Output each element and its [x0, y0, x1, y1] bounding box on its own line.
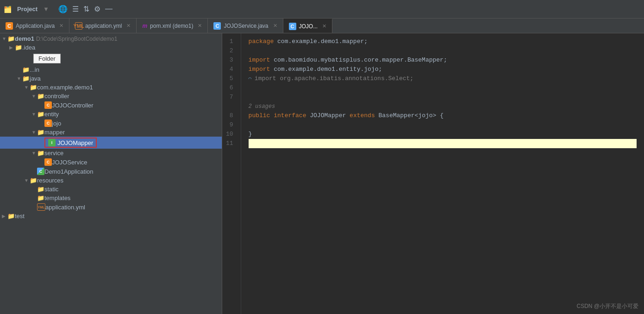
tab-label-jojo-service-java: JOJOService.java: [224, 23, 268, 29]
list-icon[interactable]: ☰: [72, 5, 79, 13]
tab-jojo-service-java[interactable]: C JOJOService.java ✕: [208, 19, 283, 33]
tab-icon-application-java: C: [6, 22, 13, 30]
tree-label-entity: entity: [44, 111, 59, 118]
project-title[interactable]: Project: [17, 6, 38, 13]
arrow-java: ▼: [17, 76, 22, 81]
folder-icon-static: 📁: [37, 186, 44, 193]
tab-close-pom-xml[interactable]: ✕: [198, 23, 202, 29]
yml-icon-app: YML: [37, 203, 45, 211]
folder-icon-controller: 📁: [37, 93, 44, 100]
ln-10: 10: [222, 130, 237, 139]
code-line-8: public interface JOJOMapper extends Base…: [249, 111, 637, 120]
arrow-demo1: ▼: [2, 36, 7, 41]
tree-label-resources: resources: [37, 177, 63, 184]
folder-icon-templates: 📁: [37, 195, 44, 201]
tab-close-application-java[interactable]: ✕: [59, 23, 63, 29]
ln-5: 5: [222, 74, 237, 83]
tree-label-test: test: [15, 213, 25, 220]
editor[interactable]: 1 2 3 4 5 6 7 · 8 9 10 11 package com.ex…: [222, 33, 644, 314]
tree-label-demo1-app: Demo1Application: [44, 168, 94, 175]
arrow-entity: ▼: [31, 112, 37, 117]
tree-item-service[interactable]: ▼ 📁 service: [0, 149, 222, 157]
folder-icon-java: 📁: [22, 75, 30, 82]
main-area: ▼ 📁 demo1 D:\Code\SpringBootCode\demo1 ▶…: [0, 33, 644, 314]
tab-close-jojo-active[interactable]: ✕: [322, 23, 326, 29]
tree-label-jojo-service: JOJOService: [52, 159, 88, 166]
tree-item-jojo-mapper[interactable]: ▶ I JOJOMapper: [0, 137, 222, 149]
gear-icon[interactable]: ⚙: [94, 5, 100, 13]
ln-3: 3: [222, 56, 237, 65]
arrow-test: ▶: [2, 214, 7, 219]
tree-item-demo1[interactable]: ▼ 📁 demo1 D:\Code\SpringBootCode\demo1: [0, 34, 222, 43]
tree-item-com-example[interactable]: ▼ 📁 com.example.demo1: [0, 83, 222, 92]
tree-label-jojo-mapper: JOJOMapper: [57, 139, 93, 146]
editor-content: 1 2 3 4 5 6 7 · 8 9 10 11 package com.ex…: [222, 33, 644, 314]
ln-11: 11: [222, 139, 237, 148]
tree-label-jojo-controller: JOJOController: [52, 102, 94, 109]
tab-close-application-yml[interactable]: ✕: [126, 23, 131, 29]
folder-icon-in: 📁: [22, 66, 30, 73]
folder-icon-test: 📁: [7, 213, 15, 220]
tree-item-resources[interactable]: ▼ 📁 resources: [0, 176, 222, 185]
code-line-5: ⌒ import org.apache.ibatis.annotations.S…: [249, 74, 637, 83]
tab-jojo-active[interactable]: C JOJO... ✕: [283, 19, 333, 33]
globe-icon[interactable]: 🌐: [58, 5, 68, 13]
code-line-1: package com.example.demo1.mapper;: [249, 37, 637, 46]
tree-item-jojo-service[interactable]: ▶ C JOJOService: [0, 157, 222, 167]
tree-item-controller[interactable]: ▼ 📁 controller: [0, 92, 222, 100]
tree-item-entity[interactable]: ▼ 📁 entity: [0, 110, 222, 119]
tree-item-app-yml[interactable]: ▶ YML application.yml: [0, 202, 222, 212]
tree-label-in: ...in: [30, 66, 39, 73]
folder-tooltip: Folder: [33, 54, 61, 63]
folder-tooltip-container: Folder: [17, 53, 61, 64]
tab-pom-xml[interactable]: m pom.xml (demo1) ✕: [137, 19, 208, 33]
project-icon: 🗂️: [4, 6, 12, 13]
minus-icon[interactable]: —: [105, 5, 113, 13]
java-icon-jojo-controller: C: [44, 101, 52, 109]
tree-item-jojo-entity[interactable]: ▶ C jojo: [0, 119, 222, 128]
tree-item-in[interactable]: ▶ 📁 ...in: [0, 65, 222, 74]
java-icon-jojo-mapper: I: [48, 139, 56, 146]
code-area[interactable]: package com.example.demo1.mapper; import…: [241, 33, 644, 314]
ln-1: 1: [222, 37, 237, 46]
tree-item-demo1-app[interactable]: ▶ C Demo1Application: [0, 167, 222, 176]
arrow-mapper: ▼: [31, 130, 37, 135]
code-line-usages: 2 usages: [249, 102, 637, 111]
java-icon-jojo-entity: C: [44, 119, 52, 127]
watermark: CSDN @小开不是小可爱: [576, 302, 638, 310]
tab-application-yml[interactable]: YML application.yml ✕: [69, 19, 137, 33]
java-icon-demo1-app: C: [37, 168, 44, 175]
folder-icon-resources: 📁: [30, 177, 37, 184]
tab-close-jojo-service-java[interactable]: ✕: [273, 23, 277, 29]
code-line-6: [249, 83, 637, 93]
tree-item-mapper[interactable]: ▼ 📁 mapper: [0, 128, 222, 137]
folder-icon-mapper: 📁: [37, 129, 44, 136]
tree-label-mapper: mapper: [44, 129, 65, 136]
tab-label-application-java: Application.java: [16, 23, 55, 29]
tree-item-static[interactable]: ▶ 📁 static: [0, 185, 222, 194]
tab-icon-jojo-service-java: C: [213, 22, 221, 30]
folder-icon-service: 📁: [37, 150, 44, 157]
tree-label-service: service: [44, 150, 63, 157]
tree-item-jojo-controller[interactable]: ▶ C JOJOController: [0, 100, 222, 110]
line-numbers: 1 2 3 4 5 6 7 · 8 9 10 11: [222, 33, 241, 314]
tree-item-templates[interactable]: ▶ 📁 templates: [0, 194, 222, 202]
tree-item-java[interactable]: ▼ 📁 java: [0, 74, 222, 83]
ln-4: 4: [222, 65, 237, 74]
tab-icon-jojo-active: C: [289, 23, 296, 30]
tree-item-idea[interactable]: ▶ 📁 .idea: [0, 43, 222, 52]
tab-icon-application-yml: YML: [75, 22, 82, 30]
tree-path-demo1: D:\Code\SpringBootCode\demo1: [36, 36, 117, 42]
tree-label-controller: controller: [44, 93, 69, 100]
filter-icon[interactable]: ⇅: [83, 5, 89, 13]
code-line-7: [249, 93, 637, 102]
folder-icon-entity: 📁: [37, 111, 44, 118]
tab-label-application-yml: application.yml: [85, 23, 122, 29]
tab-application-java[interactable]: C Application.java ✕: [0, 19, 69, 33]
sidebar: ▼ 📁 demo1 D:\Code\SpringBootCode\demo1 ▶…: [0, 33, 222, 314]
arrow-controller: ▼: [31, 94, 37, 99]
tree-label-static: static: [44, 186, 58, 193]
code-line-2: [249, 46, 637, 56]
project-arrow[interactable]: ▼: [43, 6, 49, 13]
tree-item-test[interactable]: ▶ 📁 test: [0, 212, 222, 220]
